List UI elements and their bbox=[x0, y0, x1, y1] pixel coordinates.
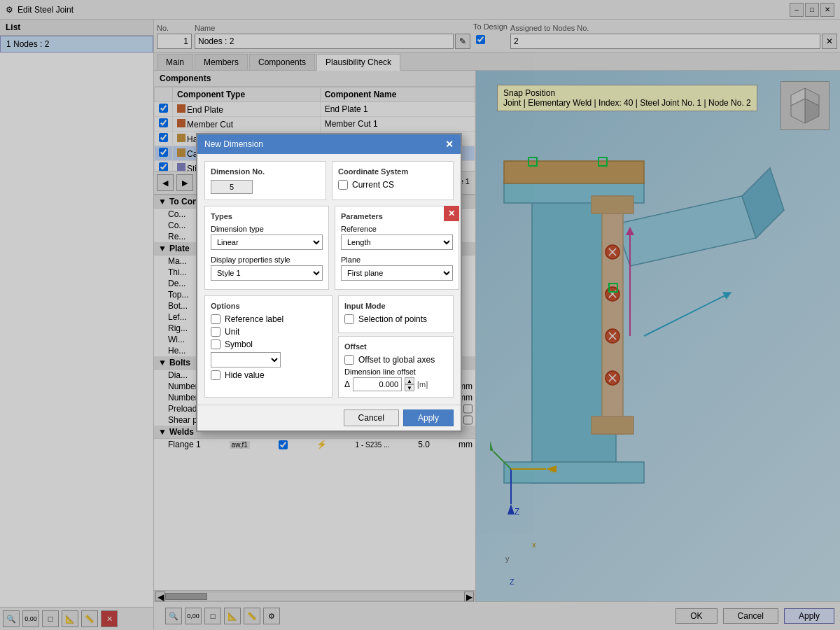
offset-spinners: ▲ ▼ bbox=[405, 377, 414, 391]
display-style-label: Display properties style bbox=[211, 255, 323, 264]
modal-options-section: Options Reference label Unit Symbol bbox=[204, 295, 454, 398]
display-style-row: Display properties style Style 1 Style 2 bbox=[211, 255, 323, 281]
ref-label: Reference bbox=[341, 225, 453, 233]
delete-param-button[interactable]: ✕ bbox=[444, 206, 459, 221]
offset-unit-label: [m] bbox=[417, 380, 428, 388]
symbol-checkbox[interactable] bbox=[211, 340, 220, 349]
modal-cancel-button[interactable]: Cancel bbox=[344, 410, 399, 426]
unit-checkbox[interactable] bbox=[211, 327, 220, 337]
ref-row: Reference Length Angle bbox=[341, 225, 453, 250]
params-section: Parameters Reference Length Angle bbox=[335, 206, 459, 290]
display-type-select[interactable] bbox=[211, 352, 281, 368]
dim-no-section: Dimension No. bbox=[204, 161, 326, 200]
dim-no-label: Dimension No. bbox=[211, 167, 320, 176]
input-mode-section: Input Mode Selection of points bbox=[338, 295, 454, 333]
dim-type-select[interactable]: Linear Angular Arc bbox=[211, 234, 323, 250]
plane-label: Plane bbox=[341, 255, 453, 264]
hide-value-checkbox[interactable] bbox=[211, 370, 220, 380]
unit-row: Unit bbox=[211, 327, 326, 337]
types-section: Types Dimension type Linear Angular Arc bbox=[204, 206, 329, 290]
options-label: Options bbox=[211, 302, 326, 310]
input-mode-label: Input Mode bbox=[344, 302, 447, 310]
modal-close-button[interactable]: ✕ bbox=[445, 139, 454, 150]
dim-type-row: Dimension type Linear Angular Arc bbox=[211, 225, 323, 250]
offset-down-button[interactable]: ▼ bbox=[405, 384, 414, 391]
plane-row: Plane First plane Second plane bbox=[341, 255, 453, 281]
options-section: Options Reference label Unit Symbol bbox=[204, 295, 332, 398]
offset-label: Offset bbox=[344, 342, 447, 351]
cs-label: Coordinate System bbox=[338, 167, 447, 176]
modal-header: New Dimension ✕ bbox=[197, 134, 461, 154]
new-dimension-modal: New Dimension ✕ Dimension No. Coordinate… bbox=[196, 133, 462, 432]
offset-global-checkbox[interactable] bbox=[344, 355, 354, 365]
modal-apply-button[interactable]: Apply bbox=[403, 410, 454, 426]
symbol-row: Symbol bbox=[211, 340, 326, 349]
ref-select[interactable]: Length Angle bbox=[341, 234, 453, 250]
unit-label: Unit bbox=[225, 327, 239, 337]
offset-up-button[interactable]: ▲ bbox=[405, 377, 414, 384]
params-inner: Parameters Reference Length Angle bbox=[335, 206, 459, 290]
offset-global-row: Offset to global axes bbox=[344, 355, 447, 365]
ref-label-check: Reference label bbox=[225, 314, 284, 324]
input-offset-section: Input Mode Selection of points Offset Of… bbox=[338, 295, 454, 398]
types-label: Types bbox=[211, 212, 323, 220]
sel-points-row: Selection of points bbox=[344, 314, 447, 324]
current-cs-label: Current CS bbox=[352, 180, 394, 190]
params-label: Parameters bbox=[341, 212, 453, 220]
dim-no-input[interactable] bbox=[211, 180, 253, 194]
offset-input-row: Δ ▲ ▼ [m] bbox=[344, 377, 447, 391]
offset-section: Offset Offset to global axes Dimension l… bbox=[338, 336, 454, 398]
modal-body: Dimension No. Coordinate System Current … bbox=[197, 154, 461, 405]
modal-title: New Dimension bbox=[204, 139, 263, 149]
modal-overlay: New Dimension ✕ Dimension No. Coordinate… bbox=[0, 0, 840, 630]
dim-line-offset-label: Dimension line offset bbox=[344, 368, 447, 376]
modal-mid-section: Types Dimension type Linear Angular Arc bbox=[204, 206, 454, 290]
ref-label-checkbox[interactable] bbox=[211, 314, 220, 324]
sel-points-label: Selection of points bbox=[358, 314, 427, 324]
delta-icon: Δ bbox=[344, 379, 350, 389]
dim-line-offset-group: Dimension line offset Δ ▲ ▼ [m] bbox=[344, 368, 447, 391]
sel-points-checkbox[interactable] bbox=[344, 314, 354, 324]
current-cs-row: Current CS bbox=[338, 180, 447, 190]
offset-global-label: Offset to global axes bbox=[358, 355, 435, 365]
modal-footer: Cancel Apply bbox=[197, 405, 461, 430]
hide-value-check-row: Hide value bbox=[211, 370, 326, 380]
offset-value-input[interactable] bbox=[353, 377, 402, 391]
ref-label-row: Reference label bbox=[211, 314, 326, 324]
hide-value-label: Hide value bbox=[225, 370, 265, 380]
symbol-label: Symbol bbox=[225, 340, 253, 349]
modal-top-section: Dimension No. Coordinate System Current … bbox=[204, 161, 454, 200]
display-style-select[interactable]: Style 1 Style 2 bbox=[211, 265, 323, 281]
cs-section: Coordinate System Current CS bbox=[332, 161, 454, 200]
plane-select[interactable]: First plane Second plane bbox=[341, 265, 453, 281]
current-cs-checkbox[interactable] bbox=[338, 180, 348, 190]
dim-type-label: Dimension type bbox=[211, 225, 323, 233]
hide-value-row bbox=[211, 352, 326, 368]
